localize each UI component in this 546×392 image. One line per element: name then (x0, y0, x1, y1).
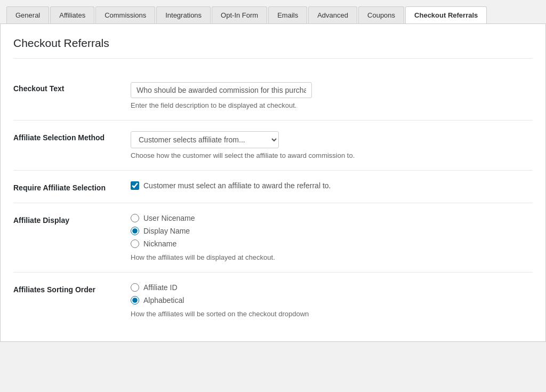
affiliate-display-user-nicename-radio[interactable] (131, 214, 139, 222)
affiliate-display-radio-group: User Nicename Display Name Nickname (131, 214, 533, 248)
tabs-bar: General Affiliates Commissions Integrati… (0, 0, 546, 24)
affiliate-display-display-name-row: Display Name (131, 227, 533, 235)
affiliate-display-user-nicename-row: User Nicename (131, 214, 533, 222)
affiliate-selection-method-description: Choose how the customer will select the … (131, 151, 533, 159)
tab-commissions[interactable]: Commissions (95, 6, 155, 23)
affiliates-sorting-order-row: Affiliates Sorting Order Affiliate ID Al… (13, 273, 533, 329)
require-affiliate-selection-row: Require Affiliate Selection Customer mus… (13, 171, 533, 203)
require-affiliate-selection-label: Require Affiliate Selection (13, 181, 131, 192)
checkout-text-input[interactable] (131, 82, 312, 98)
tab-checkout-referrals[interactable]: Checkout Referrals (405, 6, 487, 23)
checkout-text-row: Checkout Text Enter the field descriptio… (13, 71, 533, 121)
require-affiliate-checkbox[interactable] (131, 181, 139, 190)
affiliate-selection-method-select[interactable]: Customer selects affiliate from... Manua… (131, 131, 279, 148)
sorting-order-alphabetical-radio[interactable] (131, 296, 139, 305)
affiliates-sorting-order-control: Affiliate ID Alphabetical How the affili… (131, 283, 533, 318)
affiliate-display-nickname-row: Nickname (131, 239, 533, 248)
affiliates-sorting-order-description: How the affiliates will be sorted on the… (131, 310, 533, 318)
affiliate-display-user-nicename-label: User Nicename (143, 214, 195, 222)
sorting-order-affiliate-id-label: Affiliate ID (143, 283, 178, 292)
sorting-order-alphabetical-label: Alphabetical (143, 296, 184, 305)
affiliate-selection-method-row: Affiliate Selection Method Customer sele… (13, 121, 533, 171)
tab-coupons[interactable]: Coupons (358, 6, 404, 23)
affiliate-selection-method-label: Affiliate Selection Method (13, 131, 131, 142)
content-area: Checkout Referrals Checkout Text Enter t… (0, 24, 546, 342)
affiliate-display-description: How the affiliates will be displayed at … (131, 253, 533, 261)
require-affiliate-selection-control: Customer must select an affiliate to awa… (131, 181, 533, 190)
checkout-text-control: Enter the field description to be displa… (131, 82, 533, 109)
page-title: Checkout Referrals (13, 37, 533, 59)
affiliate-selection-method-control: Customer selects affiliate from... Manua… (131, 131, 533, 159)
tab-affiliates[interactable]: Affiliates (50, 6, 94, 23)
affiliates-sorting-order-radio-group: Affiliate ID Alphabetical (131, 283, 533, 305)
page-wrapper: General Affiliates Commissions Integrati… (0, 0, 546, 392)
settings-table: Checkout Text Enter the field descriptio… (13, 71, 533, 329)
checkout-text-label: Checkout Text (13, 82, 131, 93)
affiliate-display-display-name-radio[interactable] (131, 227, 139, 235)
affiliate-display-row: Affiliate Display User Nicename Display … (13, 203, 533, 273)
affiliate-display-nickname-radio[interactable] (131, 239, 139, 248)
affiliate-display-nickname-label: Nickname (143, 239, 176, 248)
affiliates-sorting-order-label: Affiliates Sorting Order (13, 283, 131, 294)
require-affiliate-checkbox-label: Customer must select an affiliate to awa… (143, 181, 331, 190)
tab-opt-in-form[interactable]: Opt-In Form (212, 6, 267, 23)
tab-general[interactable]: General (6, 6, 49, 23)
require-affiliate-checkbox-row: Customer must select an affiliate to awa… (131, 181, 533, 190)
affiliate-display-display-name-label: Display Name (143, 227, 190, 235)
sorting-order-affiliate-id-row: Affiliate ID (131, 283, 533, 292)
tab-advanced[interactable]: Advanced (308, 6, 357, 23)
affiliate-display-label: Affiliate Display (13, 214, 131, 225)
sorting-order-alphabetical-row: Alphabetical (131, 296, 533, 305)
affiliate-display-control: User Nicename Display Name Nickname How … (131, 214, 533, 261)
checkout-text-description: Enter the field description to be displa… (131, 101, 533, 109)
sorting-order-affiliate-id-radio[interactable] (131, 283, 139, 292)
tab-integrations[interactable]: Integrations (156, 6, 211, 23)
tab-emails[interactable]: Emails (268, 6, 307, 23)
